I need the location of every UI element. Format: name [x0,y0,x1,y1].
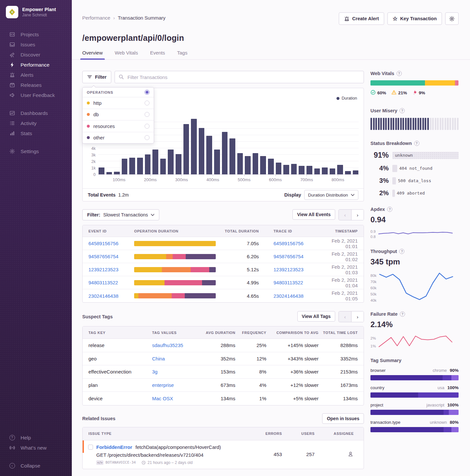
histogram-bar[interactable] [152,150,158,174]
question-icon[interactable]: ? [400,311,405,317]
histogram-bar[interactable] [160,159,166,174]
histogram-bar[interactable] [314,168,320,174]
sidebar-collapse-button[interactable]: ‹Collapse [0,461,72,471]
histogram-bar[interactable] [237,153,243,174]
histogram-bar[interactable] [122,159,128,174]
histogram-bar[interactable] [137,158,143,174]
operation-option-other[interactable]: other [83,132,154,144]
trace-id-link[interactable]: 12392123523 [274,267,321,272]
histogram-bar[interactable] [229,138,235,174]
histogram-bar[interactable] [345,171,351,174]
issue-checkbox[interactable] [88,445,93,450]
tag-value-link[interactable]: enterprise [152,382,201,388]
trace-id-link[interactable]: 23024146438 [274,293,321,299]
settings-button[interactable] [445,12,459,25]
events-filter-select[interactable]: Filter: Slowest Transactions [82,209,159,220]
histogram-bar[interactable] [322,167,328,174]
histogram-bar[interactable] [106,172,112,174]
tag-value-link[interactable]: 3g [152,369,201,374]
histogram-bar[interactable] [168,150,174,174]
tag-value-link[interactable]: China [152,356,201,361]
histogram-bar[interactable] [199,128,205,174]
trace-id-link[interactable]: 94587656754 [274,254,321,259]
histogram-bar[interactable] [206,136,212,174]
histogram-bar[interactable] [145,154,151,174]
create-alert-button[interactable]: Create Alert [339,12,384,25]
view-all-events-button[interactable]: View All Events [292,209,335,220]
histogram-bar[interactable] [129,158,135,174]
sidebar-item-activity[interactable]: Activity [0,118,72,128]
event-id-link[interactable]: 94587656754 [83,254,134,259]
sidebar-item-user-feedback[interactable]: User Feedback [0,90,72,100]
sidebar-item-discover[interactable]: Discover [0,50,72,60]
question-icon[interactable]: ? [400,108,405,113]
sidebar-item-releases[interactable]: Releases [0,80,72,90]
operations-all-radio[interactable] [145,90,149,95]
open-in-issues-button[interactable]: Open in Issues [322,413,364,424]
histogram-bar[interactable] [268,159,274,174]
issue-assignee[interactable] [315,451,364,458]
histogram-bar[interactable] [353,170,359,174]
sidebar-item-settings[interactable]: Settings [0,146,72,156]
sidebar-item-performance[interactable]: Performance [0,60,72,70]
histogram-bar[interactable] [214,150,220,174]
histogram-bar[interactable] [291,164,297,174]
histogram-bar[interactable] [306,166,312,174]
tab-web-vitals[interactable]: Web Vitals [115,50,138,59]
sidebar-item-alerts[interactable]: Alerts [0,70,72,80]
event-id-link[interactable]: 12392123523 [83,267,134,272]
operation-option-db[interactable]: db [83,109,154,120]
histogram-bar[interactable] [299,166,305,174]
view-all-tags-button[interactable]: View All Tags [297,311,335,322]
tab-events[interactable]: Events [150,50,165,59]
histogram-bar[interactable] [260,156,266,174]
histogram-bar[interactable] [191,119,197,174]
histogram-bar[interactable] [337,165,343,174]
operation-radio[interactable] [145,124,149,129]
filter-button[interactable]: Filter [82,71,111,83]
operation-option-http[interactable]: http [83,97,154,109]
histogram-bar[interactable] [99,167,104,174]
event-id-link[interactable]: 64589156756 [83,241,134,246]
histogram-bar[interactable] [222,132,228,174]
issue-type-link[interactable]: ForbiddenError [96,444,132,450]
search-input[interactable] [115,71,364,83]
histogram-bar[interactable] [245,156,251,174]
event-id-link[interactable]: 23024146438 [83,293,134,299]
tab-overview[interactable]: Overview [82,50,103,59]
display-select[interactable]: Duration Distribution [304,190,358,200]
org-switcher[interactable]: Empower Plant Jane Schmidt [0,0,72,22]
question-icon[interactable]: ? [414,141,419,146]
histogram-bar[interactable] [330,168,336,174]
sidebar-item-stats[interactable]: Stats [0,128,72,138]
breadcrumb-performance[interactable]: Performance [82,15,110,21]
histogram-bar[interactable] [276,163,282,174]
sidebar-item-what-s-new[interactable]: What's new [0,443,72,453]
trace-id-link[interactable]: 64589156756 [274,241,321,246]
histogram-bar[interactable] [253,153,258,174]
sidebar-item-help[interactable]: ?Help [0,433,72,443]
question-icon[interactable]: ? [399,249,404,254]
event-id-link[interactable]: 94803113522 [83,280,134,285]
tags-next-button[interactable]: › [351,311,364,322]
events-next-button[interactable]: › [351,210,364,220]
operation-option-resources[interactable]: resources [83,120,154,132]
sidebar-item-issues[interactable]: Issues [0,40,72,50]
histogram-bar[interactable] [183,124,189,174]
events-prev-button[interactable]: ‹ [339,210,351,220]
key-transaction-button[interactable]: ☆ Key Transaction [387,12,442,25]
histogram-bar[interactable] [176,154,181,174]
histogram-bar[interactable] [114,172,120,174]
tags-prev-button[interactable]: ‹ [339,311,351,322]
operation-radio[interactable] [145,112,149,117]
tag-value-link[interactable]: Mac OSX [152,396,201,401]
operation-radio[interactable] [145,101,149,105]
issue-row[interactable]: ForbiddenError fetchData(app/components/… [83,440,364,469]
tag-value-link[interactable]: sdaufhu35235 [152,342,201,348]
sidebar-item-projects[interactable]: Projects [0,29,72,40]
sidebar-item-dashboards[interactable]: Dashboards [0,108,72,118]
trace-id-link[interactable]: 94803113522 [274,280,321,285]
question-icon[interactable]: ? [387,207,392,212]
tab-tags[interactable]: Tags [177,50,188,59]
histogram-bar[interactable] [283,165,289,174]
